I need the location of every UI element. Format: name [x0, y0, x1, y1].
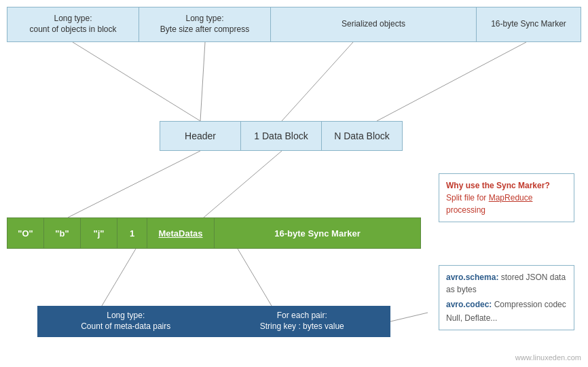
header-label: Header: [185, 130, 216, 141]
mapreduce-link[interactable]: MapReduce: [489, 193, 533, 203]
top-box-4: 16-byte Sync Marker: [476, 7, 581, 42]
svg-line-6: [102, 249, 136, 306]
bottom-label-j: "j": [94, 228, 105, 239]
data-block-1-box: 1 Data Block: [240, 121, 322, 151]
svg-line-3: [377, 42, 526, 121]
svg-line-8: [390, 313, 428, 321]
meta-box-1: Long type:Count of meta-data pairs: [37, 306, 215, 337]
avro-codec-entry: avro.codec: Compression codec: [446, 298, 567, 311]
svg-line-5: [204, 151, 282, 217]
meta-box-1-text: Long type:Count of meta-data pairs: [81, 311, 170, 332]
avro-schema-key: avro.schema:: [446, 273, 498, 282]
mid-row: Header 1 Data Block N Data Block: [160, 121, 403, 151]
data-block-n-label: N Data Block: [334, 130, 390, 141]
header-box: Header: [160, 121, 241, 151]
top-box-4-text: 16-byte Sync Marker: [491, 19, 566, 30]
meta-box-2-text: For each pair:String key : bytes value: [260, 311, 344, 332]
top-box-2: Long type:Byte size after compress: [139, 7, 271, 42]
svg-line-4: [68, 151, 200, 217]
top-box-1: Long type:count of objects in block: [7, 7, 139, 42]
avro-codec-key: avro.codec:: [446, 300, 492, 309]
meta-box-2: For each pair:String key : bytes value: [214, 306, 391, 337]
avro-codec-val: Compression codec: [494, 300, 566, 309]
bottom-box-1: 1: [117, 217, 147, 249]
bottom-box-O: "O": [7, 217, 44, 249]
avro-null-text: Null, Deflate...: [446, 313, 497, 323]
bottom-box-j: "j": [80, 217, 117, 249]
top-box-3: Serialized objects: [270, 7, 477, 42]
avro-null-entry: Null, Deflate...: [446, 312, 567, 324]
top-box-2-text: Long type:Byte size after compress: [160, 14, 249, 35]
bottom-box-b: "b": [43, 217, 81, 249]
bottom-box-metadata: MetaDatas: [147, 217, 215, 249]
top-box-1-text: Long type:count of objects in block: [29, 14, 116, 35]
top-row: Long type:count of objects in block Long…: [7, 7, 581, 42]
bottom-label-sync: 16-byte Sync Marker: [274, 228, 360, 239]
sync-info-body: Split file for MapReduce processing: [446, 192, 567, 216]
svg-line-1: [200, 42, 205, 121]
bottom-box-sync: 16-byte Sync Marker: [214, 217, 421, 249]
avro-schema-entry: avro.schema: stored JSON data as bytes: [446, 271, 567, 296]
bottom-label-O: "O": [18, 228, 33, 239]
data-block-1-label: 1 Data Block: [254, 130, 308, 141]
bottom-row: "O" "b" "j" 1 MetaDatas 16-byte Sync Mar…: [7, 217, 421, 249]
svg-line-2: [282, 42, 353, 121]
avro-info-box: avro.schema: stored JSON data as bytes a…: [439, 265, 574, 330]
bottom-label-metadata: MetaDatas: [158, 228, 202, 239]
meta-row: Long type:Count of meta-data pairs For e…: [37, 306, 390, 337]
sync-info-box: Why use the Sync Marker? Split file for …: [439, 173, 574, 222]
top-box-3-text: Serialized objects: [342, 19, 405, 30]
svg-line-0: [73, 42, 200, 121]
bottom-label-b: "b": [55, 228, 69, 239]
data-block-n-box: N Data Block: [321, 121, 403, 151]
watermark: www.linuxeden.com: [515, 353, 581, 362]
svg-line-7: [238, 249, 272, 306]
bottom-label-1: 1: [130, 228, 134, 239]
sync-info-title: Why use the Sync Marker?: [446, 179, 567, 192]
